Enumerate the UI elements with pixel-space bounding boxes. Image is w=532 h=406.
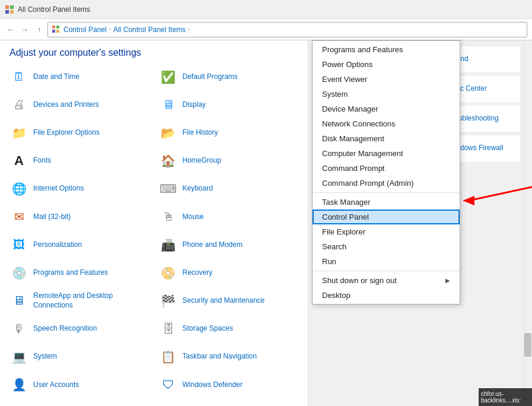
svg-rect-2	[5, 10, 9, 14]
fonts-label: Fonts	[33, 156, 51, 166]
taskbar-file-text: chfor.us-backlinks....xls:	[481, 391, 530, 404]
back-button[interactable]: ←	[5, 24, 17, 36]
windows-defender-icon: 🛡	[159, 375, 178, 394]
item-file-history[interactable]: 📂 File History	[154, 119, 304, 147]
item-programs-features[interactable]: 💿 Programs and Features	[5, 259, 154, 287]
right-panel: Programs and Features Power Options Even…	[308, 40, 532, 406]
item-default-programs[interactable]: ✅ Default Programs	[154, 63, 304, 91]
keyboard-icon: ⌨	[159, 179, 178, 198]
taskbar-nav-label: Taskbar and Navigation	[183, 352, 257, 361]
breadcrumb-sep2: ›	[188, 26, 190, 33]
up-button[interactable]: ↑	[33, 24, 45, 36]
internet-options-label: Internet Options	[33, 184, 84, 194]
window-icon	[5, 5, 14, 14]
item-user-accounts[interactable]: 👤 User Accounts	[5, 371, 154, 399]
ctx-event-viewer[interactable]: Event Viewer	[313, 72, 460, 87]
ctx-device-manager[interactable]: Device Manager	[313, 102, 460, 116]
ctx-search[interactable]: Search	[313, 239, 460, 254]
recovery-icon: 📀	[159, 264, 178, 283]
item-windows-defender[interactable]: 🛡 Windows Defender	[154, 371, 304, 399]
items-grid: 🗓 Date and Time ✅ Default Programs 🖨 Dev…	[0, 63, 308, 399]
display-label: Display	[183, 100, 206, 110]
ctx-task-manager[interactable]: Task Manager	[313, 195, 460, 210]
item-taskbar-nav[interactable]: 📋 Taskbar and Navigation	[154, 343, 304, 371]
remote-app-icon: 🖥	[9, 291, 28, 310]
context-menu: Programs and Features Power Options Even…	[312, 40, 460, 304]
devices-printers-icon: 🖨	[9, 96, 28, 115]
item-recovery[interactable]: 📀 Recovery	[154, 259, 304, 287]
right-scrollbar[interactable]	[524, 40, 532, 406]
display-icon: 🖥	[159, 96, 178, 115]
left-panel: Adjust your computer's settings 🗓 Date a…	[0, 40, 308, 406]
item-display[interactable]: 🖥 Display	[154, 91, 304, 119]
item-system[interactable]: 💻 System	[5, 343, 154, 371]
ctx-sep1	[313, 192, 460, 193]
ctx-file-explorer[interactable]: File Explorer	[313, 224, 460, 239]
ctx-command-prompt[interactable]: Command Prompt	[313, 161, 460, 176]
taskbar-file-item[interactable]: chfor.us-backlinks....xls:	[479, 388, 532, 406]
programs-features-icon: 💿	[9, 264, 28, 283]
item-devices-printers[interactable]: 🖨 Devices and Printers	[5, 91, 154, 119]
item-personalization[interactable]: 🖼 Personalization	[5, 231, 154, 259]
ctx-desktop[interactable]: Desktop	[313, 288, 460, 303]
svg-line-8	[469, 183, 532, 201]
breadcrumb-sep1: ›	[109, 26, 111, 33]
ctx-control-panel[interactable]: Control Panel	[313, 210, 460, 224]
ctx-system[interactable]: System	[313, 87, 460, 102]
devices-printers-label: Devices and Printers	[33, 100, 99, 110]
svg-rect-0	[5, 5, 9, 9]
homegroup-icon: 🏠	[159, 151, 178, 170]
svg-marker-9	[463, 196, 474, 205]
item-speech[interactable]: 🎙 Speech Recognition	[5, 315, 154, 342]
ctx-computer-management[interactable]: Computer Management	[313, 146, 460, 161]
taskbar-nav-icon: 📋	[159, 347, 178, 366]
date-time-icon: 🗓	[9, 68, 28, 87]
ctx-power-options[interactable]: Power Options	[313, 57, 460, 72]
item-storage-spaces[interactable]: 🗄 Storage Spaces	[154, 315, 304, 342]
panel-heading: Adjust your computer's settings	[0, 40, 308, 63]
title-bar: All Control Panel Items	[0, 0, 532, 19]
item-fonts[interactable]: A Fonts	[5, 147, 154, 175]
ctx-command-prompt-admin[interactable]: Command Prompt (Admin)	[313, 176, 460, 191]
submenu-arrow-icon: ▶	[445, 277, 450, 284]
item-mouse[interactable]: 🖱 Mouse	[154, 203, 304, 231]
ctx-network-connections[interactable]: Network Connections	[313, 116, 460, 131]
ctx-shutdown[interactable]: Shut down or sign out ▶	[313, 273, 460, 288]
file-history-icon: 📂	[159, 123, 178, 142]
right-scroll-thumb[interactable]	[524, 333, 531, 357]
breadcrumb-cp[interactable]: Control Panel	[63, 26, 107, 34]
remote-app-label: RemoteApp and Desktop Connections	[33, 291, 149, 310]
date-time-label: Date and Time	[33, 72, 79, 82]
forward-button[interactable]: →	[19, 24, 31, 36]
mouse-icon: 🖱	[159, 207, 178, 226]
ctx-disk-management[interactable]: Disk Management	[313, 131, 460, 146]
ctx-run[interactable]: Run	[313, 254, 460, 269]
storage-spaces-icon: 🗄	[159, 319, 178, 338]
item-homegroup[interactable]: 🏠 HomeGroup	[154, 147, 304, 175]
item-remote-app[interactable]: 🖥 RemoteApp and Desktop Connections	[5, 287, 154, 315]
personalization-label: Personalization	[33, 240, 82, 250]
item-security-maintenance[interactable]: 🏁 Security and Maintenance	[154, 287, 304, 315]
breadcrumb-all[interactable]: All Control Panel Items	[113, 26, 186, 34]
address-bar: ← → ↑ Control Panel › All Control Panel …	[0, 19, 532, 40]
keyboard-label: Keyboard	[183, 184, 213, 194]
security-maintenance-icon: 🏁	[159, 291, 178, 310]
file-explorer-icon: 📁	[9, 123, 28, 142]
breadcrumb[interactable]: Control Panel › All Control Panel Items …	[47, 22, 527, 37]
item-file-explorer-options[interactable]: 📁 File Explorer Options	[5, 119, 154, 147]
phone-modem-icon: 📠	[159, 236, 178, 255]
item-internet-options[interactable]: 🌐 Internet Options	[5, 175, 154, 203]
item-phone-modem[interactable]: 📠 Phone and Modem	[154, 231, 304, 259]
file-explorer-label: File Explorer Options	[33, 128, 100, 138]
ctx-programs-features[interactable]: Programs and Features	[313, 42, 460, 57]
mouse-label: Mouse	[183, 212, 204, 222]
item-date-time[interactable]: 🗓 Date and Time	[5, 63, 154, 91]
main-area: Adjust your computer's settings 🗓 Date a…	[0, 40, 532, 406]
phone-modem-label: Phone and Modem	[183, 240, 243, 250]
system-icon: 💻	[9, 347, 28, 366]
personalization-icon: 🖼	[9, 236, 28, 255]
file-history-label: File History	[183, 128, 218, 138]
speech-label: Speech Recognition	[33, 324, 97, 334]
item-mail[interactable]: ✉ Mail (32-bit)	[5, 203, 154, 231]
item-keyboard[interactable]: ⌨ Keyboard	[154, 175, 304, 203]
